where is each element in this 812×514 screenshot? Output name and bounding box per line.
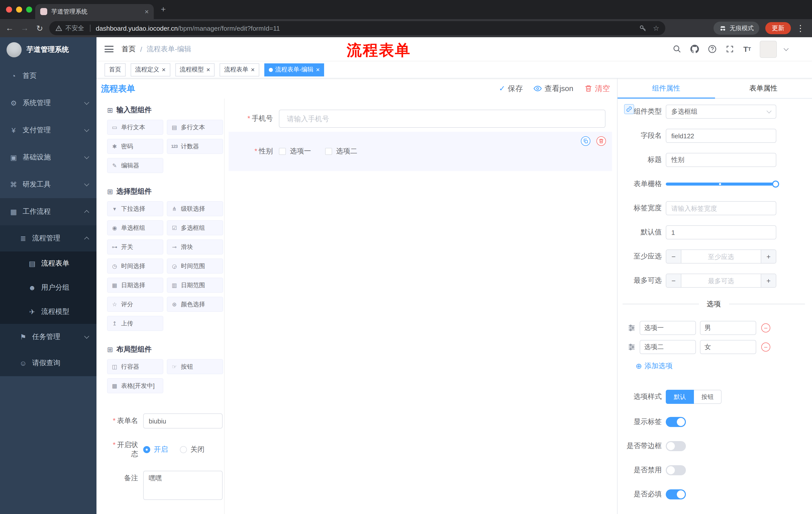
sidebar-item-process-form[interactable]: ▤ 流程表单 (0, 251, 96, 276)
palette-item[interactable]: ☑多选框组 (167, 220, 223, 235)
update-button[interactable]: 更新 (765, 22, 791, 34)
palette-item[interactable]: 123计数器 (167, 139, 223, 154)
traffic-light-close[interactable] (6, 6, 12, 12)
view-tag-home[interactable]: 首页 (105, 63, 126, 76)
palette-item[interactable]: ▩表格[开发中] (107, 378, 163, 393)
palette-item[interactable]: ✱密码 (107, 139, 163, 154)
password-key-icon[interactable] (639, 24, 647, 32)
palette-item[interactable]: ▾下拉选择 (107, 201, 163, 216)
option-label-input[interactable] (640, 340, 696, 354)
style-button-button[interactable]: 按钮 (694, 390, 722, 404)
label-width-input[interactable] (666, 201, 776, 215)
palette-item[interactable]: ▦日期选择 (107, 278, 163, 293)
palette-item[interactable]: ▭单行文本 (107, 120, 163, 135)
help-icon[interactable] (707, 44, 717, 54)
tab-form-properties[interactable]: 表单属性 (715, 78, 812, 98)
forward-button[interactable]: → (17, 24, 32, 33)
traffic-light-zoom[interactable] (26, 6, 32, 12)
avatar-caret-icon[interactable] (784, 46, 789, 51)
style-default-button[interactable]: 默认 (666, 390, 694, 404)
stepper-plus-button[interactable]: + (761, 250, 776, 263)
drag-option-icon[interactable] (628, 343, 636, 351)
grid-slider[interactable] (666, 177, 776, 191)
fullscreen-icon[interactable] (725, 44, 735, 54)
app-logo[interactable]: 芋道管理系统 (0, 37, 96, 62)
browser-tab[interactable]: 芋道管理系统 × (35, 4, 154, 19)
option-label-input[interactable] (640, 321, 696, 335)
palette-item[interactable]: ↥上传 (107, 316, 163, 331)
tag-close-icon[interactable]: × (206, 66, 210, 73)
new-tab-button[interactable]: + (161, 4, 166, 15)
sidebar-item-leave-query[interactable]: ☺ 请假查询 (0, 350, 96, 376)
border-toggle[interactable] (666, 441, 686, 451)
breadcrumb-home[interactable]: 首页 (122, 45, 136, 54)
palette-item[interactable]: ✎编辑器 (107, 158, 163, 173)
tag-close-icon[interactable]: × (251, 66, 255, 73)
view-tag-process-form-edit[interactable]: 流程表单-编辑 × (264, 63, 324, 76)
stepper-minus-button[interactable]: − (666, 274, 682, 287)
stepper-plus-button[interactable]: + (761, 274, 776, 287)
copy-field-button[interactable] (581, 136, 590, 146)
slider-handle[interactable] (772, 181, 779, 188)
stepper-minus-button[interactable]: − (666, 250, 682, 263)
required-toggle[interactable] (666, 489, 686, 499)
palette-item[interactable]: ⊸滑块 (167, 239, 223, 254)
palette-item[interactable]: ☆评分 (107, 297, 163, 312)
status-radio-off[interactable]: 关闭 (180, 445, 204, 454)
sidebar-item-task-manage[interactable]: ⚑ 任务管理 (0, 324, 96, 350)
link-button[interactable] (624, 104, 634, 114)
show-label-toggle[interactable] (666, 417, 686, 427)
remove-option-button[interactable]: − (761, 323, 770, 332)
sidebar-item-infrastructure[interactable]: ▣ 基础设施 (0, 144, 96, 171)
add-option-button[interactable]: ⊕ 添加选项 (636, 359, 812, 373)
tab-component-properties[interactable]: 组件属性 (617, 78, 715, 98)
palette-item[interactable]: ◷时间选择 (107, 259, 163, 274)
tag-close-icon[interactable]: × (162, 66, 166, 73)
selected-field-gender[interactable]: *性别 选项一 选项二 (229, 132, 612, 171)
sidebar-item-system[interactable]: ⚙ 系统管理 (0, 89, 96, 117)
gender-checkbox-option-1[interactable]: 选项一 (279, 147, 311, 156)
address-bar[interactable]: 不安全 dashboard.yudao.iocoder.cn/bpm/manag… (49, 21, 665, 35)
sidebar-item-payment[interactable]: ¥ 支付管理 (0, 117, 96, 144)
palette-item[interactable]: ▥日期范围 (167, 278, 223, 293)
option-value-input[interactable] (700, 340, 756, 354)
view-tag-process-form[interactable]: 流程表单 × (220, 63, 259, 76)
palette-item[interactable]: ⊶开关 (107, 239, 163, 254)
palette-item[interactable]: ⋔级联选择 (167, 201, 223, 216)
font-size-icon[interactable]: TT (742, 44, 752, 54)
reload-button[interactable]: ↻ (32, 23, 47, 33)
component-type-select[interactable]: 多选框组 (666, 105, 776, 119)
traffic-light-minimize[interactable] (16, 6, 22, 12)
browser-menu-icon[interactable]: ⋮ (796, 23, 805, 33)
form-name-input[interactable] (143, 413, 223, 429)
option-value-input[interactable] (700, 321, 756, 335)
phone-input[interactable] (279, 110, 606, 128)
min-select-input[interactable] (682, 250, 761, 263)
tag-close-icon[interactable]: × (316, 66, 320, 73)
palette-item[interactable]: ▤多行文本 (167, 120, 223, 135)
view-tag-process-model[interactable]: 流程模型 × (175, 63, 214, 76)
field-name-input[interactable] (666, 129, 776, 143)
disabled-toggle[interactable] (666, 465, 686, 475)
sidebar-item-process-model[interactable]: ✈ 流程模型 (0, 300, 96, 324)
view-json-button[interactable]: 查看json (534, 84, 573, 93)
palette-item[interactable]: ◫行容器 (107, 359, 163, 374)
gender-checkbox-option-2[interactable]: 选项二 (325, 147, 357, 156)
bookmark-star-icon[interactable]: ☆ (653, 24, 659, 32)
remark-textarea[interactable]: 嘿嘿 (143, 471, 223, 500)
delete-field-button[interactable] (597, 136, 606, 146)
sidebar-item-process-manage[interactable]: ≣ 流程管理 (0, 225, 96, 251)
status-radio-on[interactable]: 开启 (143, 445, 168, 454)
tab-close-icon[interactable]: × (145, 7, 149, 16)
title-input[interactable] (666, 153, 776, 167)
sidebar-item-home[interactable]: ◔ 首页 (0, 62, 96, 89)
palette-item[interactable]: ◉单选框组 (107, 220, 163, 235)
palette-item[interactable]: ◶时间范围 (167, 259, 223, 274)
user-avatar[interactable] (760, 40, 777, 58)
search-icon[interactable] (672, 44, 682, 54)
sidebar-item-workflow[interactable]: ▦ 工作流程 (0, 198, 96, 225)
save-button[interactable]: ✓ 保存 (499, 84, 523, 93)
drag-option-icon[interactable] (628, 324, 636, 332)
palette-item[interactable]: ⊛颜色选择 (167, 297, 223, 312)
github-icon[interactable] (689, 44, 699, 54)
